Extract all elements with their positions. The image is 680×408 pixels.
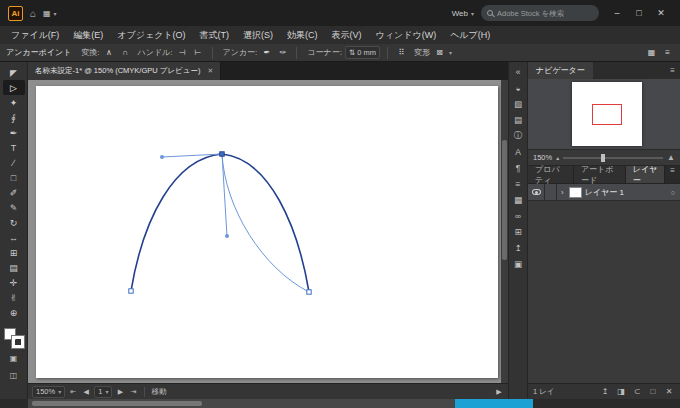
path-dome-segment[interactable]: [131, 154, 309, 292]
vertical-scrollbar[interactable]: [501, 80, 508, 383]
gradient-panel-icon[interactable]: ▤: [509, 112, 527, 128]
anchor-point[interactable]: [307, 290, 311, 294]
maximize-button[interactable]: □: [628, 4, 650, 22]
arrange-documents-dropdown[interactable]: ▦ ▾: [43, 9, 57, 18]
horizontal-scrollbar-thumb[interactable]: [32, 401, 202, 406]
close-button[interactable]: ✕: [650, 4, 672, 22]
magic-wand-tool[interactable]: ✦: [3, 95, 25, 110]
artboards-panel-icon[interactable]: ⊞: [509, 224, 527, 240]
pencil-tool[interactable]: ✎: [3, 200, 25, 215]
handle-endpoint[interactable]: [225, 234, 229, 238]
selection-tool[interactable]: ◤: [3, 65, 25, 80]
new-layer-icon[interactable]: □: [647, 387, 659, 396]
search-input[interactable]: [497, 9, 589, 18]
tab-close-icon[interactable]: ✕: [207, 67, 213, 75]
paintbrush-tool[interactable]: ✐: [3, 185, 25, 200]
navigator-panel-menu-icon[interactable]: ≡: [665, 66, 680, 75]
zoom-level-select[interactable]: 150% ▾: [32, 386, 65, 398]
menu-type[interactable]: 書式(T): [193, 29, 237, 42]
menu-select[interactable]: 選択(S): [236, 29, 280, 42]
disclosure-icon[interactable]: ›: [557, 188, 566, 197]
convert-to-smooth-icon[interactable]: ∩: [119, 46, 132, 59]
status-tool-display[interactable]: 移動: [151, 387, 166, 397]
next-artboard-button[interactable]: ▶: [115, 388, 125, 396]
stepper-icon[interactable]: ⇅: [349, 48, 355, 57]
hand-tool[interactable]: ✌: [3, 290, 25, 305]
asset-export-panel-icon[interactable]: ↥: [509, 240, 527, 256]
zoom-in-icon[interactable]: ▲: [667, 153, 675, 162]
screen-mode-icon[interactable]: ◫: [3, 369, 25, 382]
menu-view[interactable]: 表示(V): [325, 29, 369, 42]
rectangle-tool[interactable]: □: [3, 170, 25, 185]
shape-builder-tool[interactable]: ⊞: [3, 245, 25, 260]
document-tab[interactable]: 名称未設定-1* @ 150% (CMYK/GPU プレビュー) ✕: [28, 62, 221, 80]
lasso-tool[interactable]: ∮: [3, 110, 25, 125]
layer-target-icon[interactable]: ○: [671, 189, 675, 196]
adobe-stock-search[interactable]: [481, 5, 599, 21]
layer-row[interactable]: › レイヤー 1 ○: [528, 184, 680, 201]
grid-snap-icon[interactable]: ⠿: [395, 46, 408, 59]
menu-object[interactable]: オブジェクト(O): [110, 29, 192, 42]
transform-icon[interactable]: ⊠: [433, 46, 446, 59]
libraries-panel-icon[interactable]: ▣: [509, 256, 527, 272]
menu-file[interactable]: ファイル(F): [4, 29, 66, 42]
stroke-swatch[interactable]: [12, 336, 24, 348]
convert-to-corner-icon[interactable]: ∧: [103, 46, 116, 59]
tab-artboards[interactable]: アートボード: [574, 166, 626, 183]
vertical-scrollbar-thumb[interactable]: [502, 140, 507, 260]
tab-properties[interactable]: プロパティ: [528, 166, 574, 183]
menu-help[interactable]: ヘルプ(H): [443, 29, 497, 42]
corner-radius-stepper[interactable]: ⇅ 0 mm: [345, 46, 380, 59]
navigator-preview[interactable]: [528, 79, 680, 150]
pen-tool[interactable]: ✒: [3, 125, 25, 140]
remove-anchor-icon[interactable]: ✒: [260, 46, 273, 59]
delete-layer-icon[interactable]: ✕: [663, 387, 675, 396]
document-canvas[interactable]: [28, 80, 508, 383]
rotate-tool[interactable]: ↻: [3, 215, 25, 230]
layers-panel-menu-icon[interactable]: ≡: [665, 166, 680, 183]
type-tool[interactable]: T: [3, 140, 25, 155]
hide-handles-icon[interactable]: ⊢: [192, 46, 205, 59]
transparency-panel-icon[interactable]: ▦: [509, 192, 527, 208]
info-panel-icon[interactable]: ⓘ: [509, 128, 527, 144]
scale-tool[interactable]: ↔: [3, 230, 25, 245]
status-bar-expand-icon[interactable]: ▶: [494, 388, 504, 396]
links-panel-icon[interactable]: ∞: [509, 208, 527, 224]
previous-artboard-button[interactable]: ◀: [81, 388, 91, 396]
connect-anchor-icon[interactable]: ✑: [276, 46, 289, 59]
handle-line[interactable]: [222, 154, 227, 236]
gradient-tool[interactable]: ▤: [3, 260, 25, 275]
control-panel-menu-icon[interactable]: ≡: [661, 46, 674, 59]
show-handles-icon[interactable]: ⊣: [176, 46, 189, 59]
zoom-out-icon[interactable]: ▴: [556, 154, 559, 161]
paragraph-panel-icon[interactable]: ¶: [509, 160, 527, 176]
drawing-mode-icon[interactable]: ▣: [3, 352, 25, 365]
menu-effect[interactable]: 効果(C): [280, 29, 325, 42]
path-preview-segment[interactable]: [222, 154, 309, 292]
workspace-panels-icon[interactable]: ▦: [645, 46, 658, 59]
visibility-toggle[interactable]: [528, 184, 545, 200]
artboard[interactable]: [36, 86, 498, 378]
tab-layers[interactable]: レイヤー: [626, 166, 666, 183]
layer-thumbnail[interactable]: [569, 187, 582, 198]
character-panel-icon[interactable]: A: [509, 144, 527, 160]
workspace-switcher[interactable]: Web ▾: [452, 9, 474, 18]
direct-selection-tool[interactable]: ▷: [3, 80, 25, 95]
zoom-tool[interactable]: ⊕: [3, 305, 25, 320]
new-sublayer-icon[interactable]: ⊂: [631, 387, 643, 396]
color-guide-panel-icon[interactable]: ▧: [509, 96, 527, 112]
horizontal-scrollbar[interactable]: [28, 399, 508, 408]
layer-name[interactable]: レイヤー 1: [585, 187, 624, 198]
last-artboard-button[interactable]: ⇥: [128, 388, 138, 396]
first-artboard-button[interactable]: ⇤: [68, 388, 78, 396]
tab-navigator[interactable]: ナビゲーター: [528, 62, 593, 79]
navigator-zoom-value[interactable]: 150%: [533, 153, 552, 162]
lock-toggle[interactable]: [545, 184, 557, 200]
navigator-view-proxy[interactable]: [592, 104, 622, 125]
line-segment-tool[interactable]: ∕: [3, 155, 25, 170]
artboard-number-select[interactable]: 1 ▾: [94, 386, 112, 398]
anchor-point-selected[interactable]: [220, 152, 224, 156]
collapse-panels-icon[interactable]: «: [509, 64, 527, 80]
transform-label[interactable]: 変形: [414, 47, 430, 58]
color-panel-icon[interactable]: ◒: [509, 80, 527, 96]
